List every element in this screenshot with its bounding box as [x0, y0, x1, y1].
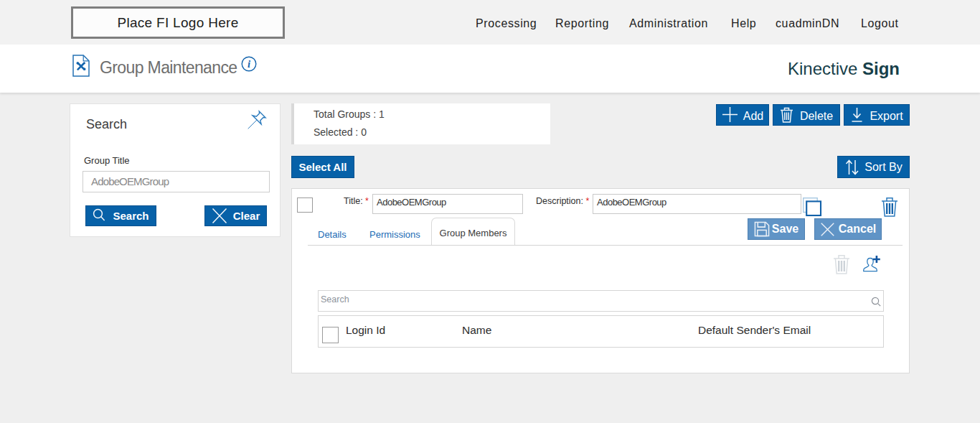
svg-text:i: i [248, 58, 250, 70]
